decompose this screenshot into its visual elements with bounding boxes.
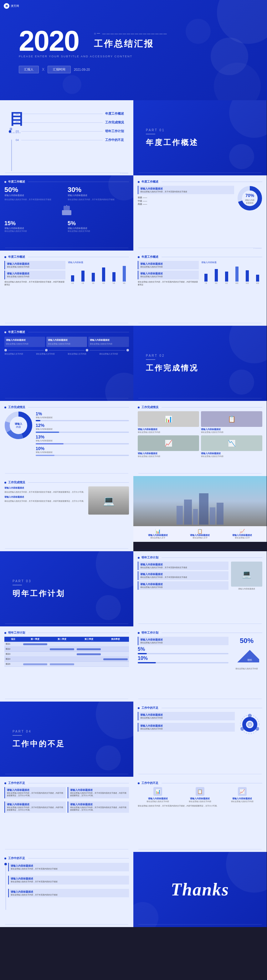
part01-title: 年度工作概述 [146, 137, 199, 148]
thanks-text: Thanks [171, 880, 229, 899]
cover-info: 汇报人 X 汇报时间 2021-09-20 [19, 66, 90, 73]
row-part04: PART 04 工作中的不足 工作中的不足 请输入内容标题描述 请在这里输入您的… [0, 702, 267, 777]
toc-item-2: 02 工作完成情况 [16, 120, 124, 125]
next-year-plan1: 明年工作计划 请输入内容标题描述 请在这里输入您的文字内容，关于本页面内容的文字… [134, 551, 267, 627]
toc-item-1: 01 年度工作概述 [16, 111, 124, 116]
part01-intro: PART 01 年度工作概述 [134, 100, 267, 175]
date-label: 汇报时间 [48, 66, 71, 73]
plan-table: 项目 第一季度 第二季度 第三季度 第四季度 规划1 规划2 [5, 637, 129, 667]
row-next-year-plan2: 明年工作计划 项目 第一季度 第二季度 第三季度 第四季度 规划1 [0, 627, 267, 702]
row-annual2: 年度工作概述 请输入内容标题描述 请在这里输入您的文字内容 请输入内容标题描述 … [0, 251, 267, 326]
svg-text:增长: 增长 [247, 659, 252, 662]
city-image [134, 476, 267, 526]
svg-text:70%: 70% [245, 193, 254, 198]
svg-text:请输入内容: 请输入内容 [245, 199, 254, 201]
part04-intro: PART 04 工作中的不足 [0, 702, 134, 777]
annual-donut: 年度工作概述 请输入内容标题描述 请在这里输入您的文字内容，关于本页面内容的文字… [134, 175, 267, 251]
plan-arrow: 明年工作计划 请输入内容标题描述 请在这里输入您的文字内容 5% 10% 50% [134, 627, 267, 702]
shortcomings-text: 工作中的不足 请输入内容标题描述 请在这里输入您的文字内容，关于本页面内容的文字… [0, 777, 134, 852]
row-annual3-part02: 年度工作概述 请输入内容标题描述 请在这里输入您的文字内容 请输入内容标题描述 … [0, 326, 267, 401]
table-row: 规划5 [5, 662, 129, 667]
row-work-completion1: 工作完成情况 请输入 内容 1% 请输入内容标题描述 [0, 401, 267, 476]
row-toc-part01: 目 录 content 01 年度工作概述 02 工作完成情况 03 [0, 100, 267, 175]
work-donut: 工作完成情况 请输入 内容 1% 请输入内容标题描述 [0, 401, 134, 476]
reporter-value: X [42, 67, 44, 72]
svg-text:内容: 内容 [16, 426, 21, 428]
toc-item-3: 03 明年工作计划 [16, 129, 124, 134]
table-row: 规划4 [5, 657, 129, 662]
row-part03: PART 03 明年工作计划 明年工作计划 请输入内容标题描述 请在这里输入您的… [0, 551, 267, 627]
svg-rect-0 [64, 206, 70, 210]
laptop-image: 💻 [88, 487, 129, 515]
thanks-slide: Thanks [134, 852, 267, 927]
row-final: 工作中的不足 请输入内容标题描述 请在这里输入您的文字内容，关于本页面内容的文字… [0, 852, 267, 927]
cover-title-line1: ○一 ———————————————— [94, 31, 167, 36]
svg-point-20 [256, 727, 259, 731]
work-image-grid: 工作完成情况 📊 请输入内容标题描述 请在这里输入您的文字内容 📋 请输入内容标… [134, 401, 267, 476]
cover-title-area: ○一 ———————————————— 工作总结汇报 [94, 31, 167, 50]
shortcomings-icons: 工作中的不足 📊 请输入内容标题描述 请在这里输入您的文字内容 📋 请输入内容标… [134, 777, 267, 852]
reporter-label: 汇报人 [19, 66, 39, 73]
part04-title: 工作中的不足 [13, 739, 65, 749]
part02-title: 工作完成情况 [146, 363, 199, 373]
cover-year: 2020 [19, 25, 79, 57]
svg-text:请输入: 请输入 [15, 423, 22, 425]
svg-rect-1 [62, 210, 72, 215]
annual-process: 年度工作概述 请输入内容标题描述 请在这里输入您的文字内容 请输入内容标题描述 … [0, 326, 134, 401]
toc-slide: 目 录 content 01 年度工作概述 02 工作完成情况 03 [0, 100, 134, 175]
table-row: 规划3 [5, 652, 129, 657]
shortcomings-gear: 工作中的不足 请输入内容标题描述 请在这里输入您的文字内容 请输入内容标题描述 … [134, 702, 267, 777]
svg-text:标题描述: 标题描述 [246, 202, 254, 204]
plan-table-slide: 明年工作计划 项目 第一季度 第二季度 第三季度 第四季度 规划1 [0, 627, 134, 702]
part03-title: 明年工作计划 [13, 589, 65, 598]
part03-intro: PART 03 明年工作计划 [0, 551, 134, 627]
part02-intro: PART 02 工作完成情况 [134, 326, 267, 401]
table-row: 规划1 [5, 642, 129, 647]
cover-subtitle: PLEASE ENTER YOUR SUBTITLE AND ACCESSORY… [19, 55, 132, 58]
part03-number: PART 03 [13, 579, 31, 583]
part02-number: PART 02 [146, 354, 165, 357]
annual-stats-blue: 年度工作概述 50% 请输入内容标题描述 请在这里输入您的文字内容，关于本页面内… [0, 175, 134, 251]
annual-bar-right: 年度工作概述 请输入内容标题描述 请在这里输入您的文字内容 请输入内容标题描述 … [134, 251, 267, 326]
cover-title-cn: 工作总结汇报 [94, 39, 154, 49]
date-value: 2021-09-20 [74, 68, 90, 72]
row-work-completion2: 工作完成情况 请输入内容标题描述 请在这里输入您的文字内容，关于本页面内容的文字… [0, 476, 267, 551]
row-shortcomings1: 工作中的不足 请输入内容标题描述 请在这里输入您的文字内容，关于本页面内容的文字… [0, 777, 267, 852]
annual-bar-left: 年度工作概述 请输入内容标题描述 请在这里输入您的文字内容 请输入内容标题描述 … [0, 251, 134, 326]
work-laptop: 工作完成情况 请输入内容标题描述 请在这里输入您的文字内容，关于本页面内容的文字… [0, 476, 134, 551]
table-row: 规划2 [5, 647, 129, 652]
shortcomings-final: 工作中的不足 请输入内容标题描述 请在这里输入您的文字内容，关于本页面内容的文字… [0, 852, 134, 927]
part04-number: PART 04 [13, 730, 31, 733]
svg-point-21 [240, 727, 244, 731]
logo: 澳 澳芳网 [4, 3, 19, 9]
svg-point-19 [248, 714, 252, 718]
cover-slide: 澳 澳芳网 2020 ○一 ———————————————— 工作总结汇报 PL… [0, 0, 267, 100]
svg-text:⚙: ⚙ [249, 724, 251, 726]
work-city: 📊 请输入内容标题描述 请在这里输入文字 📋 请输入内容标题描述 请在这里输入文… [134, 476, 267, 551]
toc-item-4: 04 工作中的不足 [16, 138, 124, 142]
part01-number: PART 01 [146, 129, 165, 132]
row-annual1: 年度工作概述 50% 请输入内容标题描述 请在这里输入您的文字内容，关于本页面内… [0, 175, 267, 251]
